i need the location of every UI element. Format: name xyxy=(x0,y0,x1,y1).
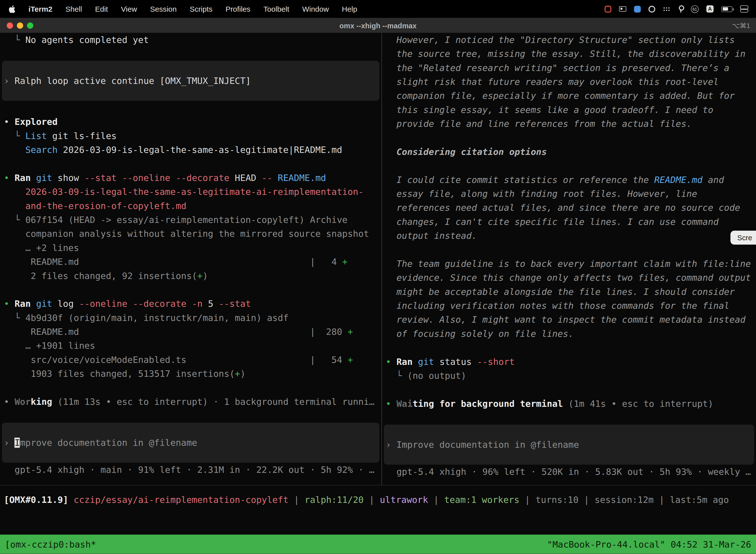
terminal-line: references need actual files, and since … xyxy=(382,201,756,215)
terminal-line: I could cite commit statistics or refere… xyxy=(382,173,756,187)
menu-item-toolbelt[interactable]: Toolbelt xyxy=(263,4,289,13)
terminal-line: [OMX#0.11.9] cczip/essay/ai-reimplementa… xyxy=(0,493,756,507)
tmux-status-bar: [omx-cczip0:bash* "MacBook-Pro-44.local"… xyxy=(0,535,756,554)
terminal-line: README.md | 4 + xyxy=(0,255,381,269)
terminal-line xyxy=(0,157,381,171)
menu-status-icons: 61A xyxy=(605,5,747,13)
tmux-session-label: [omx-cczip0:bash* xyxy=(5,539,96,549)
window-title-bar[interactable]: omx --xhigh --madmax ⌥⌘1 xyxy=(0,18,756,33)
right-terminal-pane[interactable]: However, I noticed the "Directory Struct… xyxy=(382,33,756,485)
minimize-button[interactable] xyxy=(17,22,23,28)
omx-status-line: [OMX#0.11.9] cczip/essay/ai-reimplementa… xyxy=(0,486,756,535)
terminal-line xyxy=(0,47,381,61)
terminal-line: output instead. xyxy=(382,229,756,242)
menu-item-scripts[interactable]: Scripts xyxy=(190,4,212,13)
iterm2-window: iTerm2 ShellEditViewSessionScriptsProfil… xyxy=(0,0,756,554)
input-source-icon[interactable]: A xyxy=(706,5,713,12)
terminal-line xyxy=(0,101,381,115)
keyboard-dots-icon[interactable] xyxy=(663,6,671,11)
terminal-line: companion analysis without altering the … xyxy=(0,227,381,241)
menu-item-view[interactable]: View xyxy=(121,4,137,13)
terminal-line: README.md | 280 + xyxy=(0,325,381,339)
terminal-line: └ No agents completed yet xyxy=(0,33,381,47)
terminal-line xyxy=(0,408,381,423)
terminal-line: companion file, especially if more comme… xyxy=(382,89,756,103)
tmux-host-time-label: "MacBook-Pro-44.local" 04:52 31-Mar-26 xyxy=(547,539,751,549)
terminal-line: and-the-erosion-of-copyleft.md xyxy=(0,199,381,213)
terminal-line: including verification notes with those … xyxy=(382,298,756,313)
prompt-input-box[interactable]: › Improve documentation in @filename xyxy=(384,425,754,465)
terminal-line: └ 067f154 (HEAD -> essay/ai-reimplementa… xyxy=(0,213,381,227)
battery-percent-badge[interactable]: 61 xyxy=(691,5,699,13)
window-title: omx --xhigh --madmax xyxy=(339,21,417,30)
terminal-panes: └ No agents completed yet › Ralph loop a… xyxy=(0,33,756,485)
zoom-button[interactable] xyxy=(27,22,33,28)
terminal-line: • Waiting for background terminal (1m 41… xyxy=(382,397,756,410)
terminal-line: gpt-5.4 xhigh · 96% left · 520K in · 5.8… xyxy=(382,465,756,479)
terminal-line: evidence. Since this change only affects… xyxy=(382,271,756,285)
terminal-line: However, I noticed the "Directory Struct… xyxy=(382,33,756,47)
menu-item-session[interactable]: Session xyxy=(150,4,177,13)
screen-overlay-label: Scre xyxy=(737,233,752,242)
left-terminal-pane[interactable]: └ No agents completed yet › Ralph loop a… xyxy=(0,33,382,485)
terminal-line xyxy=(382,340,756,354)
adguard-icon[interactable] xyxy=(649,5,655,12)
terminal-line xyxy=(382,410,756,425)
menu-item-edit[interactable]: Edit xyxy=(95,4,108,13)
traffic-lights xyxy=(7,22,33,28)
stage-manager-icon[interactable] xyxy=(619,6,626,11)
terminal-line xyxy=(382,159,756,173)
menu-item-shell[interactable]: Shell xyxy=(65,4,82,13)
prompt-input-box[interactable]: › Improve documentation in @filename xyxy=(2,423,379,463)
apple-menu[interactable] xyxy=(9,5,15,13)
screen-share-overlay[interactable]: Scre xyxy=(731,231,756,244)
terminal-line: The team guideline is to back every impo… xyxy=(382,257,756,271)
injected-message-box: › Ralph loop active continue [OMX_TMUX_I… xyxy=(2,61,379,101)
key-icon[interactable] xyxy=(678,5,683,12)
menu-item-iterm2[interactable]: iTerm2 xyxy=(28,4,53,13)
terminal-line xyxy=(382,243,756,257)
terminal-line: └ 4b9d30f (origin/main, instructkr/main,… xyxy=(0,311,381,325)
terminal-line: the source tree, missing the essay. Stil… xyxy=(382,47,756,61)
terminal-line: › Improve documentation in @filename xyxy=(2,436,379,449)
menu-items: ShellEditViewSessionScriptsProfilesToolb… xyxy=(65,4,357,13)
window-shortcut-badge: ⌥⌘1 xyxy=(732,21,750,29)
terminal-line: slight risk that future readers may over… xyxy=(382,75,756,89)
terminal-line: … +2 lines xyxy=(0,241,381,255)
terminal-line xyxy=(382,131,756,145)
terminal-line: might be acceptable alongside the file l… xyxy=(382,285,756,298)
terminal-line: › Ralph loop active continue [OMX_TMUX_I… xyxy=(2,74,379,88)
control-center-icon[interactable] xyxy=(740,5,747,12)
terminal-line: … +1901 lines xyxy=(0,339,381,353)
terminal-line: 2 files changed, 92 insertions(+) xyxy=(0,269,381,283)
terminal-line xyxy=(0,381,381,395)
terminal-line: • Explored xyxy=(0,115,381,129)
menu-item-help[interactable]: Help xyxy=(342,4,357,13)
battery-icon[interactable] xyxy=(721,6,733,12)
terminal-line: • Working (11m 13s • esc to interrupt) ·… xyxy=(0,395,381,408)
terminal-line: provide file and line references from th… xyxy=(382,117,756,130)
terminal-line: 2026-03-09-is-legal-the-same-as-legitima… xyxy=(0,185,381,199)
terminal-line xyxy=(0,283,381,296)
terminal-line: • Ran git show --stat --oneline --decora… xyxy=(0,171,381,185)
terminal-line: • Ran git log --oneline --decorate -n 5 … xyxy=(0,296,381,311)
screen-recording-indicator[interactable] xyxy=(605,5,611,12)
terminal-line: changes, I can't cite specific file line… xyxy=(382,215,756,229)
terminal-line: the "Related research writing" section i… xyxy=(382,61,756,75)
menu-item-window[interactable]: Window xyxy=(302,4,329,13)
terminal-line: essay file, along with finding root file… xyxy=(382,187,756,201)
terminal-line: └ (no output) xyxy=(382,369,756,383)
terminal-line: gpt-5.4 xhigh · main · 91% left · 2.31M … xyxy=(0,463,381,477)
terminal-line: Considering citation options xyxy=(382,145,756,159)
terminal-line: this single essay, it seems like a good … xyxy=(382,103,756,117)
terminal-line: review. Also, I might want to inspect th… xyxy=(382,313,756,327)
terminal-line: └ List git ls-files xyxy=(0,129,381,143)
docker-icon[interactable] xyxy=(634,5,641,12)
terminal-line: • Ran git status --short xyxy=(382,355,756,369)
close-button[interactable] xyxy=(7,22,13,28)
terminal-line: Search 2026-03-09-is-legal-the-same-as-l… xyxy=(0,143,381,157)
menu-item-profiles[interactable]: Profiles xyxy=(226,4,250,13)
terminal-line xyxy=(382,383,756,396)
terminal-line: of focusing solely on file lines. xyxy=(382,327,756,340)
macos-menu-bar: iTerm2 ShellEditViewSessionScriptsProfil… xyxy=(0,0,756,18)
